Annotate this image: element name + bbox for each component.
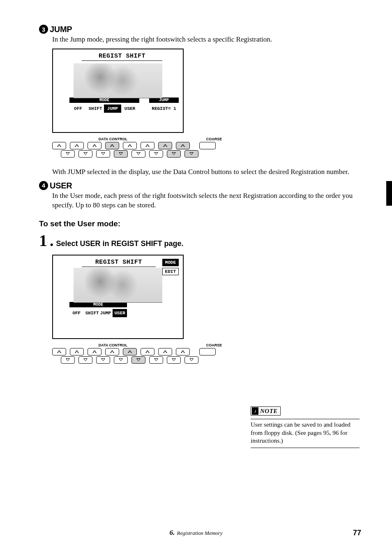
section-jump-after: With JUMP selected in the display, use t…: [52, 167, 361, 177]
triangle-down-icon: [119, 358, 123, 361]
lcd-option-shift: SHIFT: [84, 309, 99, 317]
triangle-up-icon: [92, 144, 97, 147]
section-jump-heading: 3 JUMP: [39, 25, 361, 34]
user-mode-heading: To set the User mode:: [39, 219, 361, 228]
dc-up-button[interactable]: [88, 348, 101, 355]
lcd-option-user: USER: [121, 104, 138, 113]
triangle-up-icon: [145, 144, 150, 147]
triangle-down-icon: [172, 358, 176, 361]
footer-chapter-title: Registration Memory: [177, 530, 223, 536]
step-text: Select USER in REGIST SHIFT page.: [56, 239, 184, 248]
triangle-down-icon: [154, 152, 158, 155]
lcd-option-off: OFF: [69, 309, 84, 317]
dc-up-button[interactable]: [52, 348, 66, 355]
lcd-title: REGIST SHIFT: [82, 53, 162, 61]
triangle-up-icon: [110, 144, 114, 147]
triangle-down-icon: [83, 152, 88, 155]
triangle-up-icon: [75, 350, 79, 353]
section-user-body: In the User mode, each press of the righ…: [52, 191, 361, 210]
heading-number-circle: 4: [39, 181, 48, 190]
triangle-down-icon: [119, 152, 123, 155]
step-1: 1. Select USER in REGIST SHIFT page.: [39, 232, 361, 250]
triangle-down-icon: [136, 152, 141, 155]
dc-down-button[interactable]: [61, 150, 75, 158]
dc-down-button[interactable]: [184, 356, 198, 364]
lcd-jump-value: REGIST= 1: [149, 104, 179, 113]
dc-down-button[interactable]: [78, 150, 92, 158]
dc-up-button[interactable]: [176, 348, 190, 355]
lcd-option-jump: JUMP: [99, 309, 113, 317]
triangle-down-icon: [66, 358, 70, 361]
note-badge: ♪ NOTE: [251, 406, 281, 416]
coarse-label: COARSE: [203, 137, 225, 141]
triangle-up-icon: [145, 350, 150, 353]
triangle-up-icon: [163, 144, 167, 147]
dc-down-button[interactable]: [149, 150, 163, 158]
page-content: 3 JUMP In the Jump mode, pressing the ri…: [39, 25, 361, 364]
dc-up-button[interactable]: [176, 142, 190, 149]
triangle-down-icon: [101, 358, 105, 361]
lcd-option-off: OFF: [69, 104, 87, 113]
dc-up-button[interactable]: [105, 142, 119, 149]
dc-up-button[interactable]: [123, 142, 137, 149]
lcd-figure-user: REGIST SHIFT MODE EDIT MODE OFF SHIFT JU…: [52, 255, 361, 339]
dc-up-button[interactable]: [70, 348, 84, 355]
lcd-option-shift: SHIFT: [87, 104, 104, 113]
dc-down-button[interactable]: [114, 150, 128, 158]
data-control-label: DATA CONTROL: [52, 137, 203, 141]
note-text: User settings can be saved to and loaded…: [251, 421, 360, 445]
triangle-up-icon: [128, 350, 132, 353]
lcd-graphic: [74, 63, 162, 98]
dc-down-button[interactable]: [96, 150, 110, 158]
dc-down-button[interactable]: [167, 150, 181, 158]
coarse-label: COARSE: [203, 343, 225, 347]
dc-up-button[interactable]: [123, 348, 137, 355]
dc-down-button[interactable]: [61, 356, 75, 364]
note-label: NOTE: [260, 408, 278, 415]
dc-down-button[interactable]: [167, 356, 181, 364]
triangle-down-icon: [172, 152, 176, 155]
triangle-up-icon: [163, 350, 167, 353]
dc-down-button[interactable]: [78, 356, 92, 364]
note-box: ♪ NOTE User settings can be saved to and…: [251, 406, 360, 448]
section-jump-body: In the Jump mode, pressing the right foo…: [52, 35, 361, 44]
triangle-down-icon: [154, 358, 158, 361]
data-control-row-1: DATA CONTROL COARSE: [52, 137, 225, 158]
triangle-up-icon: [75, 144, 79, 147]
lcd-title: REGIST SHIFT: [82, 259, 156, 267]
dc-up-button[interactable]: [141, 348, 154, 355]
dc-up-button[interactable]: [88, 142, 101, 149]
dc-down-button[interactable]: [96, 356, 110, 364]
dc-down-button[interactable]: [131, 356, 145, 364]
dc-down-button[interactable]: [184, 150, 198, 158]
triangle-up-icon: [181, 350, 185, 353]
page-number: 77: [353, 529, 361, 537]
dc-up-button[interactable]: [52, 142, 66, 149]
dc-up-button[interactable]: [158, 348, 172, 355]
section-user-heading: 4 USER: [39, 181, 361, 190]
step-number: 1: [39, 232, 47, 249]
triangle-up-icon: [57, 350, 61, 353]
heading-title: USER: [50, 181, 72, 190]
dc-up-button[interactable]: [105, 348, 119, 355]
thumb-tab: [386, 181, 392, 206]
dc-down-button[interactable]: [149, 356, 163, 364]
dc-up-button[interactable]: [70, 142, 84, 149]
page-footer: 6. Registration Memory 77: [0, 529, 392, 537]
data-control-label: DATA CONTROL: [52, 343, 203, 347]
dc-up-button[interactable]: [158, 142, 172, 149]
data-control-row-2: DATA CONTROL COARSE: [52, 343, 225, 364]
coarse-button[interactable]: [199, 348, 216, 355]
coarse-button[interactable]: [199, 142, 216, 149]
triangle-up-icon: [110, 350, 114, 353]
dc-up-button[interactable]: [141, 142, 154, 149]
dc-down-button[interactable]: [114, 356, 128, 364]
triangle-up-icon: [128, 144, 132, 147]
dc-down-button[interactable]: [131, 150, 145, 158]
triangle-down-icon: [66, 152, 70, 155]
note-icon: ♪: [252, 407, 258, 415]
triangle-down-icon: [136, 358, 141, 361]
lcd-page-mode: MODE: [162, 259, 179, 266]
lcd-option-user: USER: [113, 309, 127, 317]
heading-title: JUMP: [50, 25, 72, 34]
